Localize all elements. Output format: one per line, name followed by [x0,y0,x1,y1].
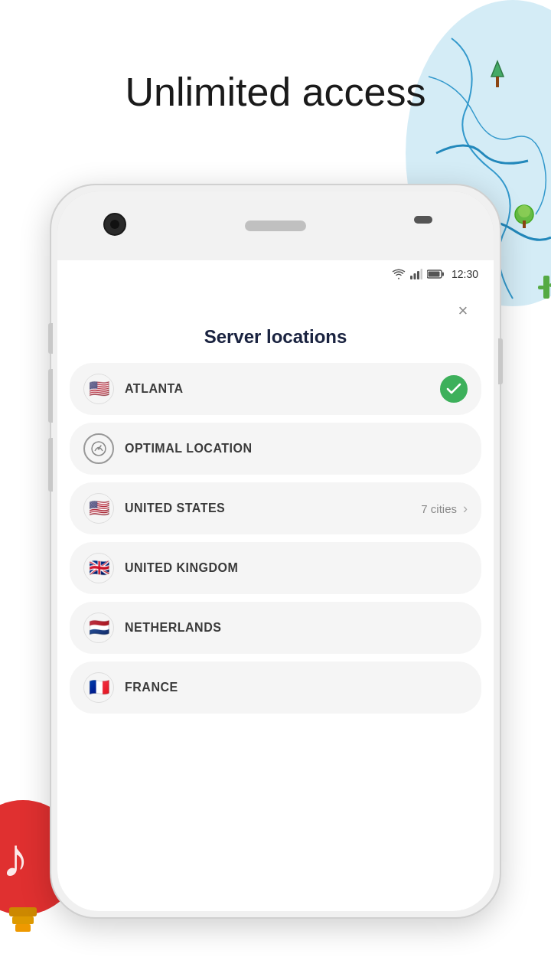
svg-rect-5 [523,220,526,228]
location-item-uk[interactable]: 🇬🇧 UNITED KINGDOM [70,542,481,594]
speed-icon [90,440,107,457]
svg-rect-15 [413,273,416,279]
chevron-right-us: › [463,501,468,517]
flag-atlanta: 🇺🇸 [83,374,114,404]
phone-volume-up-button [48,369,53,423]
location-name-optimal: OPTIMAL LOCATION [125,442,468,456]
modal-title: Server locations [57,326,494,348]
svg-rect-6 [543,276,549,299]
cities-count-us: 7 cities [421,502,457,515]
wifi-icon [392,269,406,279]
selected-check-atlanta [440,375,468,403]
svg-rect-16 [417,271,419,279]
status-bar: 12:30 [57,260,494,288]
svg-point-23 [98,448,100,450]
phone-volume-down-button [48,438,53,492]
battery-icon [427,269,444,279]
svg-rect-20 [428,272,439,277]
optimal-icon [83,433,114,464]
phone-top-bar [57,191,494,260]
location-item-atlanta[interactable]: 🇺🇸 ATLANTA [70,363,481,415]
location-name-uk: UNITED KINGDOM [125,561,468,575]
location-item-us[interactable]: 🇺🇸 UNITED STATES 7 cities › [70,482,481,534]
svg-rect-7 [538,286,544,289]
svg-rect-19 [442,273,444,276]
close-button[interactable]: × [449,297,477,325]
svg-rect-17 [420,269,422,279]
location-name-atlanta: ATLANTA [125,382,440,396]
signal-icon [410,269,422,279]
checkmark-icon [446,383,461,395]
svg-point-4 [518,205,530,217]
svg-rect-11 [9,907,37,916]
location-name-netherlands: NETHERLANDS [125,621,468,635]
front-camera [103,213,126,236]
front-sensor [414,216,432,224]
location-name-france: FRANCE [125,681,468,694]
flag-netherlands: 🇳🇱 [83,612,114,643]
svg-text:♪: ♪ [2,827,29,888]
location-list: 🇺🇸 ATLANTA [57,363,494,714]
phone-mute-button [48,323,53,354]
location-item-france[interactable]: 🇫🇷 FRANCE [70,662,481,714]
svg-rect-13 [15,924,31,932]
phone-screen: 12:30 × Server locations 🇺🇸 ATLANTA [57,260,494,911]
location-name-us: UNITED STATES [125,501,421,515]
phone-frame: 12:30 × Server locations 🇺🇸 ATLANTA [50,184,501,919]
status-time: 12:30 [452,268,478,280]
earpiece-speaker [245,220,306,231]
location-item-netherlands[interactable]: 🇳🇱 NETHERLANDS [70,602,481,654]
page-title: Unlimited access [0,69,551,115]
flag-uk: 🇬🇧 [83,553,114,583]
flag-us: 🇺🇸 [83,493,114,524]
svg-rect-14 [410,276,412,279]
svg-rect-12 [12,916,34,924]
phone-inner: 12:30 × Server locations 🇺🇸 ATLANTA [57,191,494,911]
phone-power-button [498,338,503,384]
location-item-optimal[interactable]: OPTIMAL LOCATION [70,423,481,475]
status-icons: 12:30 [392,268,478,280]
flag-france: 🇫🇷 [83,672,114,703]
